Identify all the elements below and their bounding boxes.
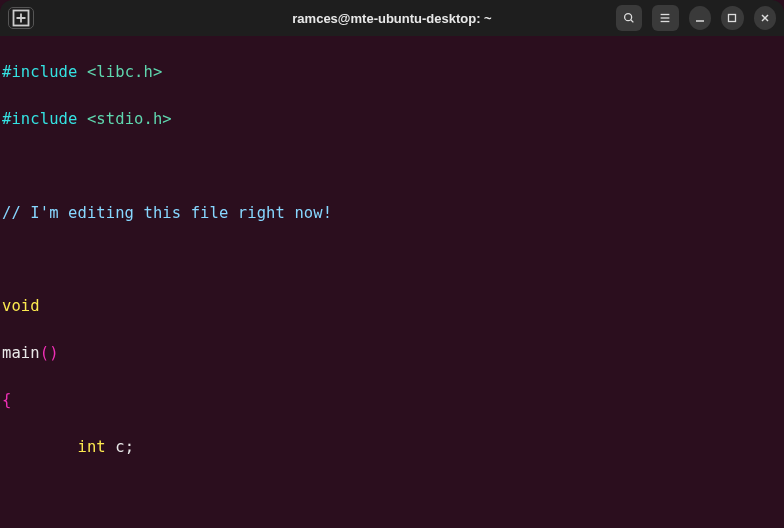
code-line: {	[2, 389, 784, 412]
code-line: void	[2, 295, 784, 318]
svg-line-4	[631, 20, 634, 23]
titlebar-right	[616, 5, 776, 31]
hamburger-icon	[658, 11, 672, 25]
code-line: #include <stdio.h>	[2, 108, 784, 131]
header-path: <stdio.h>	[87, 110, 172, 128]
type-keyword: int	[77, 438, 105, 456]
new-tab-icon	[9, 6, 33, 30]
code-line: #include <libc.h>	[2, 61, 784, 84]
code-line: int c;	[2, 436, 784, 459]
svg-point-3	[625, 14, 632, 21]
code-text: c;	[106, 438, 134, 456]
paren: ()	[40, 344, 59, 362]
menu-button[interactable]	[652, 5, 678, 31]
new-tab-button[interactable]	[8, 7, 34, 29]
editor-area[interactable]: #include <libc.h> #include <stdio.h> // …	[0, 36, 784, 528]
brace: {	[2, 391, 11, 409]
preproc-keyword: #include	[2, 63, 77, 81]
minimize-icon	[694, 12, 706, 24]
comment: // I'm editing this file right now!	[2, 204, 332, 222]
titlebar-left	[8, 7, 168, 29]
search-button[interactable]	[616, 5, 642, 31]
fn-name: main	[2, 344, 40, 362]
code-line	[2, 155, 784, 178]
code-line: main()	[2, 342, 784, 365]
maximize-button[interactable]	[721, 6, 744, 30]
window-title: ramces@mte-ubuntu-desktop: ~	[174, 11, 610, 26]
maximize-icon	[726, 12, 738, 24]
search-icon	[622, 11, 636, 25]
type-keyword: void	[2, 297, 40, 315]
code-line	[2, 483, 784, 506]
header-path: <libc.h>	[87, 63, 162, 81]
preproc-keyword: #include	[2, 110, 77, 128]
titlebar: ramces@mte-ubuntu-desktop: ~	[0, 0, 784, 36]
close-button[interactable]	[754, 6, 777, 30]
code-line	[2, 249, 784, 272]
code-line: // I'm editing this file right now!	[2, 202, 784, 225]
svg-rect-9	[729, 15, 736, 22]
minimize-button[interactable]	[689, 6, 712, 30]
close-icon	[759, 12, 771, 24]
